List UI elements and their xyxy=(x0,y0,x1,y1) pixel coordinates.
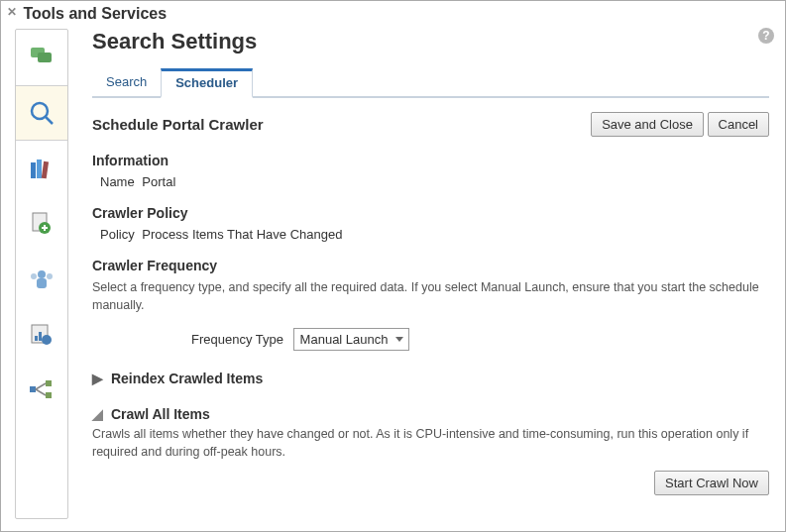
close-icon[interactable]: ✕ xyxy=(7,5,17,19)
information-heading: Information xyxy=(92,153,769,168)
sidebar-item-report[interactable] xyxy=(16,307,67,363)
start-crawl-now-button[interactable]: Start Crawl Now xyxy=(654,471,769,495)
svg-line-22 xyxy=(36,383,46,389)
crawler-frequency-heading: Crawler Frequency xyxy=(92,258,769,273)
chat-icon xyxy=(29,46,55,69)
search-icon xyxy=(28,99,56,127)
sidebar-item-library[interactable] xyxy=(16,141,67,196)
save-and-close-button[interactable]: Save and Close xyxy=(591,112,704,137)
svg-point-2 xyxy=(32,103,48,119)
svg-point-18 xyxy=(42,335,52,345)
svg-line-3 xyxy=(46,117,53,124)
svg-rect-6 xyxy=(42,161,49,179)
svg-rect-1 xyxy=(38,53,52,62)
name-value: Portal xyxy=(142,174,175,189)
svg-rect-12 xyxy=(37,278,47,288)
chevron-right-icon: ▶ xyxy=(92,371,103,386)
people-icon xyxy=(28,267,56,291)
svg-rect-4 xyxy=(31,162,36,178)
sidebar-item-people[interactable] xyxy=(16,252,67,307)
section-title: Schedule Portal Crawler xyxy=(92,116,264,133)
tab-scheduler[interactable]: Scheduler xyxy=(161,68,253,98)
reindex-disclosure[interactable]: ▶ Reindex Crawled Items xyxy=(92,371,769,386)
main-content: ? Search Settings Search Scheduler Sched… xyxy=(92,29,775,519)
frequency-type-select[interactable]: Manual Launch xyxy=(293,328,409,351)
svg-point-13 xyxy=(31,273,37,279)
svg-point-11 xyxy=(38,270,46,278)
svg-rect-20 xyxy=(46,380,52,386)
svg-rect-5 xyxy=(37,160,42,178)
crawl-all-disclosure[interactable]: ◢ Crawl All Items xyxy=(92,406,769,422)
page-plus-icon xyxy=(29,211,55,237)
svg-rect-17 xyxy=(39,332,42,341)
sidebar xyxy=(15,29,68,519)
page-title: Search Settings xyxy=(92,29,769,54)
crawl-all-description: Crawls all items whether they have chang… xyxy=(92,426,769,461)
chevron-down-icon: ◢ xyxy=(92,406,103,422)
sidebar-item-workflow[interactable] xyxy=(16,363,67,418)
window-header: ✕ Tools and Services xyxy=(1,1,785,29)
policy-value: Process Items That Have Changed xyxy=(142,227,342,242)
policy-label: Policy xyxy=(100,227,135,242)
svg-line-23 xyxy=(36,389,46,395)
svg-rect-21 xyxy=(46,392,52,398)
crawl-all-heading: Crawl All Items xyxy=(111,406,210,422)
sidebar-item-page-plus[interactable] xyxy=(16,196,67,252)
svg-rect-19 xyxy=(30,386,36,392)
frequency-type-value: Manual Launch xyxy=(300,332,389,347)
sidebar-item-chat[interactable] xyxy=(16,30,67,85)
svg-rect-16 xyxy=(35,336,38,341)
svg-text:?: ? xyxy=(762,29,769,43)
crawler-policy-heading: Crawler Policy xyxy=(92,205,769,221)
library-icon xyxy=(29,157,55,180)
crawler-frequency-description: Select a frequency type, and specify all… xyxy=(92,279,769,314)
tab-bar: Search Scheduler xyxy=(92,68,769,98)
tab-search[interactable]: Search xyxy=(92,68,161,96)
help-icon[interactable]: ? xyxy=(757,27,775,50)
name-label: Name xyxy=(100,174,135,189)
reindex-heading: Reindex Crawled Items xyxy=(111,371,263,386)
frequency-type-label: Frequency Type xyxy=(191,332,283,347)
sidebar-item-search[interactable] xyxy=(16,85,67,141)
svg-point-14 xyxy=(47,273,53,279)
workflow-icon xyxy=(28,378,56,402)
window-title: Tools and Services xyxy=(23,5,167,22)
cancel-button[interactable]: Cancel xyxy=(708,112,769,137)
report-icon xyxy=(29,322,55,348)
